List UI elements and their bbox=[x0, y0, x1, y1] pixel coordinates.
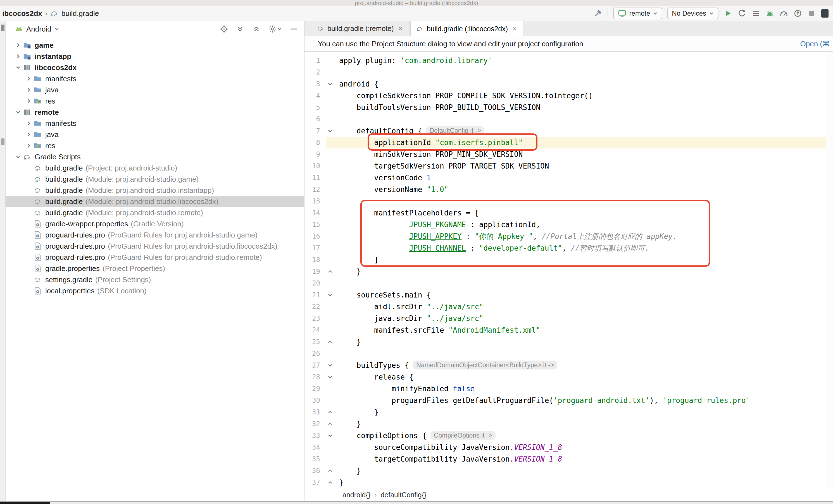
line-number[interactable]: 8 bbox=[305, 137, 326, 149]
line-number[interactable]: 3 bbox=[305, 78, 326, 90]
tree-item[interactable]: res bbox=[6, 140, 304, 151]
tree-item[interactable]: build.gradle(Module: proj.android-studio… bbox=[6, 196, 304, 207]
tree-item[interactable]: res bbox=[6, 96, 304, 107]
code-line[interactable]: 12 versionName "1.0" bbox=[305, 184, 826, 195]
code-line[interactable]: 11 versionCode 1 bbox=[305, 172, 826, 184]
line-number[interactable]: 19 bbox=[305, 266, 326, 277]
breadcrumb-module[interactable]: ibcocos2dx bbox=[2, 9, 42, 18]
tree-item[interactable]: manifests bbox=[6, 73, 304, 84]
chevron-down-icon[interactable] bbox=[14, 154, 23, 160]
code-line[interactable]: 19 } bbox=[305, 266, 826, 277]
fold-open-icon[interactable] bbox=[326, 289, 335, 301]
tree-item[interactable]: manifests bbox=[6, 118, 304, 129]
tool-window-stub-icon[interactable] bbox=[1, 25, 4, 31]
code-line[interactable]: 35 targetCompatibility JavaVersion.VERSI… bbox=[305, 453, 826, 465]
line-number[interactable]: 13 bbox=[305, 195, 326, 207]
code-line[interactable]: 31 } bbox=[305, 406, 826, 418]
code-line[interactable]: 30 proguardFiles getDefaultProguardFile(… bbox=[305, 395, 826, 406]
line-number[interactable]: 9 bbox=[305, 149, 326, 160]
chevron-right-icon[interactable] bbox=[24, 132, 33, 137]
code-editor[interactable]: 1apply plugin: 'com.android.library'23an… bbox=[305, 52, 833, 488]
code-line[interactable]: 4 compileSdkVersion PROP_COMPILE_SDK_VER… bbox=[305, 90, 826, 102]
code-line[interactable]: 18 ] bbox=[305, 254, 826, 266]
line-number[interactable]: 16 bbox=[305, 230, 326, 242]
line-number[interactable]: 14 bbox=[305, 207, 326, 219]
tab-build-gradle-remote[interactable]: build.gradle (:remote) bbox=[311, 21, 410, 36]
tree-item[interactable]: java bbox=[6, 129, 304, 140]
run-with-coverage-button[interactable] bbox=[752, 9, 760, 18]
tree-item[interactable]: build.gradle(Module: proj.android-studio… bbox=[6, 174, 304, 185]
stop-button[interactable] bbox=[807, 9, 816, 18]
build-button[interactable] bbox=[593, 9, 602, 18]
line-number[interactable]: 32 bbox=[305, 418, 326, 430]
code-line[interactable]: 24 manifest.srcFile "AndroidManifest.xml… bbox=[305, 324, 826, 336]
line-number[interactable]: 36 bbox=[305, 465, 326, 477]
line-number[interactable]: 18 bbox=[305, 254, 326, 266]
tree-item[interactable]: local.properties(SDK Location) bbox=[6, 285, 304, 296]
code-line[interactable]: 5 buildToolsVersion PROP_BUILD_TOOLS_VER… bbox=[305, 102, 826, 113]
toolbar-extra-button[interactable] bbox=[821, 9, 829, 18]
line-number[interactable]: 11 bbox=[305, 172, 326, 184]
code-line[interactable]: 17 JPUSH_CHANNEL : "developer-default", … bbox=[305, 242, 826, 254]
tool-window-stub2-icon[interactable] bbox=[1, 138, 4, 145]
tree-item[interactable]: game bbox=[6, 40, 304, 51]
code-line[interactable]: 16 JPUSH_APPKEY : "你的 Appkey ", //Portal… bbox=[305, 230, 826, 242]
tree-item[interactable]: proguard-rules.pro(ProGuard Rules for pr… bbox=[6, 229, 304, 241]
line-number[interactable]: 37 bbox=[305, 477, 326, 488]
line-number[interactable]: 30 bbox=[305, 395, 326, 406]
code-line[interactable]: 6 bbox=[305, 113, 826, 125]
line-number[interactable]: 6 bbox=[305, 113, 326, 125]
line-number[interactable]: 15 bbox=[305, 219, 326, 230]
breadcrumb-file[interactable]: build.gradle bbox=[62, 9, 99, 18]
chevron-down-icon[interactable] bbox=[14, 109, 23, 115]
line-number[interactable]: 4 bbox=[305, 90, 326, 102]
code-line[interactable]: 34 sourceCompatibility JavaVersion.VERSI… bbox=[305, 442, 826, 453]
code-line[interactable]: 15 JPUSH_PKGNAME : applicationId, bbox=[305, 219, 826, 230]
code-line[interactable]: 32 } bbox=[305, 418, 826, 430]
tree-item[interactable]: libcocos2dx bbox=[6, 62, 304, 73]
hide-panel-button[interactable] bbox=[289, 25, 298, 33]
code-line[interactable]: 2 bbox=[305, 67, 826, 78]
tree-item[interactable]: java bbox=[6, 84, 304, 96]
tree-item[interactable]: Gradle Scripts bbox=[6, 151, 304, 162]
line-number[interactable]: 12 bbox=[305, 184, 326, 195]
tab-build-gradle-libcocos2dx[interactable]: build.gradle (:libcocos2dx) bbox=[410, 21, 524, 36]
line-number[interactable]: 17 bbox=[305, 242, 326, 254]
line-number[interactable]: 20 bbox=[305, 277, 326, 289]
code-line[interactable]: 20 bbox=[305, 277, 826, 289]
fold-close-icon[interactable] bbox=[326, 266, 335, 277]
profile-button[interactable] bbox=[779, 9, 788, 18]
code-line[interactable]: 26 bbox=[305, 348, 826, 359]
run-configuration-select[interactable]: remote bbox=[613, 7, 663, 19]
chevron-right-icon[interactable] bbox=[14, 43, 23, 48]
line-number[interactable]: 5 bbox=[305, 102, 326, 113]
fold-close-icon[interactable] bbox=[326, 336, 335, 348]
code-line[interactable]: 10 targetSdkVersion PROP_TARGET_SDK_VERS… bbox=[305, 160, 826, 172]
fold-open-icon[interactable] bbox=[326, 371, 335, 383]
code-line[interactable]: 28 release { bbox=[305, 371, 826, 383]
code-line[interactable]: 13 bbox=[305, 195, 826, 207]
line-number[interactable]: 10 bbox=[305, 160, 326, 172]
code-line[interactable]: 9 minSdkVersion PROP_MIN_SDK_VERSION bbox=[305, 149, 826, 160]
apply-changes-button[interactable] bbox=[737, 9, 746, 18]
line-number[interactable]: 21 bbox=[305, 289, 326, 301]
line-number[interactable]: 29 bbox=[305, 383, 326, 395]
chevron-down-icon[interactable] bbox=[14, 65, 23, 70]
line-number[interactable]: 34 bbox=[305, 442, 326, 453]
line-number[interactable]: 25 bbox=[305, 336, 326, 348]
device-select[interactable]: No Devices bbox=[667, 7, 718, 19]
fold-close-icon[interactable] bbox=[326, 477, 335, 488]
tree-item[interactable]: instantapp bbox=[6, 51, 304, 62]
breadcrumb-android[interactable]: android{} bbox=[342, 491, 371, 499]
code-line[interactable]: 37} bbox=[305, 477, 826, 488]
line-number[interactable]: 27 bbox=[305, 359, 326, 371]
chevron-right-icon[interactable] bbox=[24, 121, 33, 126]
tree-item[interactable]: settings.gradle(Project Settings) bbox=[6, 274, 304, 285]
line-number[interactable]: 35 bbox=[305, 453, 326, 465]
line-number[interactable]: 24 bbox=[305, 324, 326, 336]
close-tab-icon[interactable] bbox=[397, 25, 404, 32]
chevron-right-icon[interactable] bbox=[24, 143, 33, 149]
code-line[interactable]: 22 aidl.srcDir "../java/src" bbox=[305, 301, 826, 312]
settings-button[interactable] bbox=[268, 25, 282, 33]
fold-open-icon[interactable] bbox=[326, 78, 335, 90]
